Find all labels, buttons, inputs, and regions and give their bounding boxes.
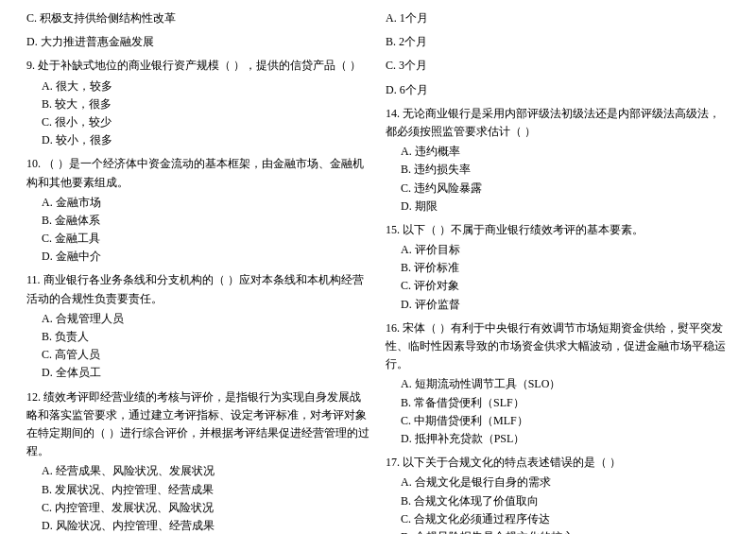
- q11-option-c: C. 高管人员: [26, 346, 370, 364]
- q15-option-a: A. 评价目标: [386, 241, 730, 259]
- q15-block: 15. 以下（ ）不属于商业银行绩效考评的基本要素。 A. 评价目标 B. 评价…: [386, 221, 730, 314]
- q17-option-b: B. 合规文化体现了价值取向: [386, 492, 730, 510]
- q16-option-d: D. 抵押补充贷款（PSL）: [386, 430, 730, 448]
- q-b-2month: B. 2个月: [386, 33, 730, 51]
- q11-block: 11. 商业银行各业务条线和分支机构的（ ）应对本条线和本机构经营活动的合规性负…: [26, 271, 370, 382]
- q-a-1month-text: A. 1个月: [386, 9, 730, 27]
- q-c-3month: C. 3个月: [386, 57, 730, 75]
- q16-text: 16. 宋体（ ）有利于中央银行有效调节市场短期资金供给，熨平突发性、临时性因素…: [386, 319, 730, 374]
- q14-option-d: D. 期限: [386, 198, 730, 215]
- q17-option-a: A. 合规文化是银行自身的需求: [386, 474, 730, 491]
- q14-option-a: A. 违约概率: [386, 143, 730, 161]
- q9-option-b: B. 较大，很多: [26, 95, 370, 113]
- q-b-2month-text: B. 2个月: [386, 33, 730, 51]
- q12-option-a: A. 经营成果、风险状况、发展状况: [26, 462, 370, 480]
- q17-option-c: C. 合规文化必须通过程序传达: [386, 510, 730, 528]
- q11-option-a: A. 合规管理人员: [26, 310, 370, 328]
- q10-option-b: B. 金融体系: [26, 212, 370, 230]
- q16-option-c: C. 中期借贷便利（MLF）: [386, 412, 730, 430]
- q17-block: 17. 以下关于合规文化的特点表述错误的是（ ） A. 合规文化是银行自身的需求…: [386, 454, 730, 534]
- q10-option-d: D. 金融中介: [26, 248, 370, 266]
- q12-block: 12. 绩效考评即经营业绩的考核与评价，是指银行为实现自身发展战略和落实监管要求…: [26, 388, 370, 534]
- q-d-6month: D. 6个月: [386, 81, 730, 99]
- q17-text: 17. 以下关于合规文化的特点表述错误的是（ ）: [386, 454, 730, 472]
- q16-block: 16. 宋体（ ）有利于中央银行有效调节市场短期资金供给，熨平突发性、临时性因素…: [386, 319, 730, 448]
- q12-option-b: B. 发展状况、内控管理、经营成果: [26, 481, 370, 499]
- q9-option-c: C. 很小，较少: [26, 113, 370, 131]
- q12-text: 12. 绩效考评即经营业绩的考核与评价，是指银行为实现自身发展战略和落实监管要求…: [26, 388, 370, 461]
- q17-option-d: D. 合规风险报告是合规文化的核心: [386, 528, 730, 534]
- q10-block: 10. （ ）是一个经济体中资金流动的基本框架，由金融市场、金融机构和其他要素组…: [26, 155, 370, 266]
- q-c-reform-text: C. 积极支持供给侧结构性改革: [26, 9, 370, 27]
- q11-text: 11. 商业银行各业务条线和分支机构的（ ）应对本条线和本机构经营活动的合规性负…: [26, 271, 370, 307]
- q11-option-b: B. 负责人: [26, 328, 370, 346]
- q15-text: 15. 以下（ ）不属于商业银行绩效考评的基本要素。: [386, 221, 730, 239]
- page-container: C. 积极支持供给侧结构性改革 D. 大力推进普惠金融发展 9. 处于补缺式地位…: [19, 9, 737, 534]
- q-d-finance: D. 大力推进普惠金融发展: [26, 33, 370, 51]
- q-c-3month-text: C. 3个月: [386, 57, 730, 75]
- q9-text: 9. 处于补缺式地位的商业银行资产规模（ ），提供的信贷产品（ ）: [26, 57, 370, 75]
- q16-option-b: B. 常备借贷便利（SLF）: [386, 394, 730, 412]
- left-column: C. 积极支持供给侧结构性改革 D. 大力推进普惠金融发展 9. 处于补缺式地位…: [19, 9, 378, 534]
- q15-option-b: B. 评价标准: [386, 259, 730, 277]
- q10-option-a: A. 金融市场: [26, 194, 370, 212]
- q14-text: 14. 无论商业银行是采用内部评级法初级法还是内部评级法高级法，都必须按照监管要…: [386, 105, 730, 141]
- q-d-finance-text: D. 大力推进普惠金融发展: [26, 33, 370, 51]
- q10-text: 10. （ ）是一个经济体中资金流动的基本框架，由金融市场、金融机构和其他要素组…: [26, 155, 370, 191]
- q16-option-a: A. 短期流动性调节工具（SLO）: [386, 375, 730, 393]
- q9-block: 9. 处于补缺式地位的商业银行资产规模（ ），提供的信贷产品（ ） A. 很大，…: [26, 57, 370, 149]
- q-d-6month-text: D. 6个月: [386, 81, 730, 99]
- q14-option-b: B. 违约损失率: [386, 161, 730, 179]
- q-c-reform: C. 积极支持供给侧结构性改革: [26, 9, 370, 27]
- q-a-1month: A. 1个月: [386, 9, 730, 27]
- q15-option-c: C. 评价对象: [386, 277, 730, 295]
- q10-option-c: C. 金融工具: [26, 230, 370, 248]
- q12-option-d: D. 风险状况、内控管理、经营成果: [26, 517, 370, 534]
- q12-option-c: C. 内控管理、发展状况、风险状况: [26, 499, 370, 517]
- q14-option-c: C. 违约风险暴露: [386, 180, 730, 198]
- q9-option-d: D. 较小，很多: [26, 131, 370, 149]
- right-column: A. 1个月 B. 2个月 C. 3个月 D. 6个月 14. 无论商业银行是采…: [378, 9, 737, 534]
- q14-block: 14. 无论商业银行是采用内部评级法初级法还是内部评级法高级法，都必须按照监管要…: [386, 105, 730, 215]
- q11-option-d: D. 全体员工: [26, 364, 370, 382]
- q15-option-d: D. 评价监督: [386, 296, 730, 314]
- q9-option-a: A. 很大，较多: [26, 78, 370, 95]
